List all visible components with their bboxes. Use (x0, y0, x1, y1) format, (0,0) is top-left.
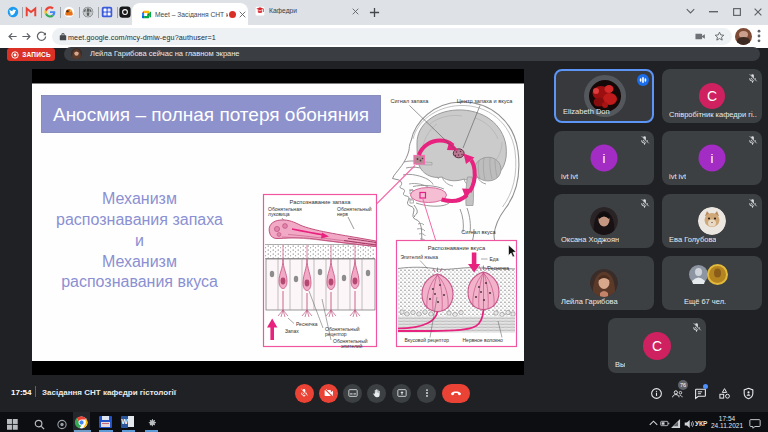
svg-text:Центр запаха и вкуса: Центр запаха и вкуса (456, 98, 512, 104)
svg-text:Запах: Запах (285, 328, 299, 334)
svg-text:Механизм: Механизм (102, 252, 177, 269)
svg-text:луковица: луковица (268, 211, 290, 217)
svg-text:Ресничка: Ресничка (487, 265, 509, 271)
svg-text:рецептор: рецептор (325, 331, 347, 337)
svg-text:распознавания запаха: распознавания запаха (56, 211, 223, 228)
svg-text:Аносмия – полная потеря обонян: Аносмия – полная потеря обоняния (52, 104, 368, 125)
svg-text:эпителий: эпителий (341, 343, 363, 349)
svg-text:Ресничка: Ресничка (296, 320, 318, 326)
svg-text:Механизм: Механизм (102, 189, 177, 206)
svg-text:Распознавание вкуса: Распознавание вкуса (427, 244, 485, 250)
svg-text:и: и (135, 232, 144, 249)
svg-text:Эпителий языка: Эпителий языка (400, 254, 438, 260)
svg-text:Нервное волокно: Нервное волокно (462, 337, 503, 343)
svg-text:нерв: нерв (337, 211, 348, 217)
svg-text:распознавания вкуса: распознавания вкуса (61, 273, 218, 290)
svg-text:Сигнал вкуса: Сигнал вкуса (461, 229, 496, 235)
svg-text:Распознавание запаха: Распознавание запаха (289, 198, 351, 204)
svg-text:Сигнал запаха: Сигнал запаха (390, 98, 429, 104)
svg-text:Вкусовой рецептор: Вкусовой рецептор (404, 337, 449, 343)
svg-text:Еда: Еда (489, 256, 498, 262)
